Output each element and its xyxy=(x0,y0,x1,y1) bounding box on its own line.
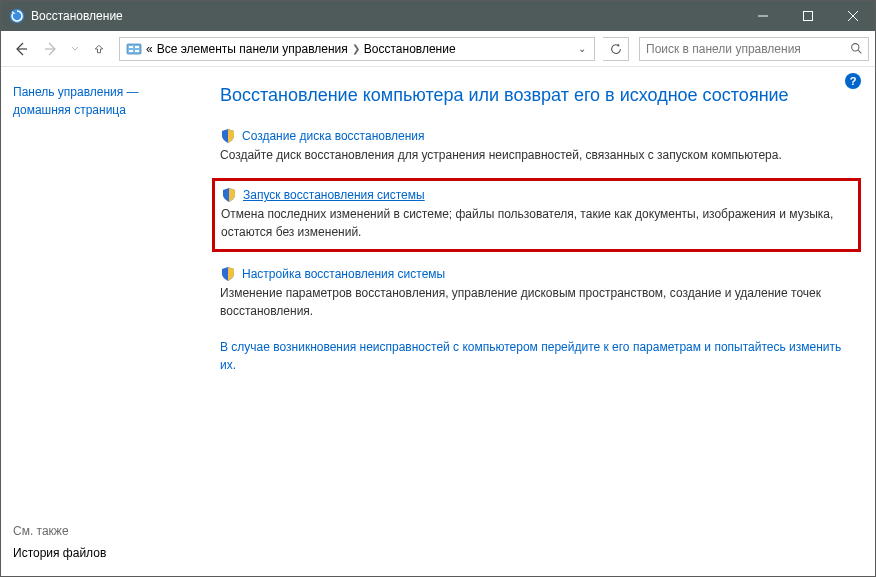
page-heading: Восстановление компьютера или возврат ег… xyxy=(220,85,851,106)
see-also-label: См. также xyxy=(13,524,184,538)
title-bar: Восстановление xyxy=(1,1,875,31)
content-area: ? Восстановление компьютера или возврат … xyxy=(196,67,875,576)
refresh-button[interactable] xyxy=(603,37,629,61)
svg-rect-7 xyxy=(127,44,141,54)
recent-dropdown-button[interactable] xyxy=(67,35,83,63)
maximize-button[interactable] xyxy=(785,1,830,31)
file-history-link[interactable]: История файлов xyxy=(13,546,184,560)
create-recovery-drive-desc: Создайте диск восстановления для устране… xyxy=(220,147,851,164)
window-controls xyxy=(740,1,875,31)
close-button[interactable] xyxy=(830,1,875,31)
search-box[interactable] xyxy=(639,37,869,61)
up-button[interactable] xyxy=(85,35,113,63)
shield-icon xyxy=(220,266,236,282)
forward-button[interactable] xyxy=(37,35,65,63)
help-icon[interactable]: ? xyxy=(845,73,861,89)
recovery-app-icon xyxy=(9,8,25,24)
shield-icon xyxy=(220,128,236,144)
configure-system-restore-link[interactable]: Настройка восстановления системы xyxy=(242,267,445,281)
svg-line-13 xyxy=(858,50,861,53)
configure-system-restore-section: Настройка восстановления системы Изменен… xyxy=(220,266,851,320)
chevron-right-icon: ❯ xyxy=(352,43,360,54)
open-system-restore-desc: Отмена последних изменений в системе; фа… xyxy=(221,206,850,241)
breadcrumb[interactable]: « Все элементы панели управления ❯ Восст… xyxy=(119,37,595,61)
back-button[interactable] xyxy=(7,35,35,63)
open-system-restore-link[interactable]: Запуск восстановления системы xyxy=(243,188,425,202)
nav-toolbar: « Все элементы панели управления ❯ Восст… xyxy=(1,31,875,67)
highlighted-section: Запуск восстановления системы Отмена пос… xyxy=(212,178,861,252)
svg-rect-11 xyxy=(135,50,139,52)
create-recovery-drive-link[interactable]: Создание диска восстановления xyxy=(242,129,425,143)
breadcrumb-current[interactable]: Восстановление xyxy=(364,42,456,56)
create-recovery-drive-section: Создание диска восстановления Создайте д… xyxy=(220,128,851,164)
breadcrumb-dropdown-icon[interactable]: ⌄ xyxy=(578,43,592,54)
window-title: Восстановление xyxy=(31,9,740,23)
shield-icon xyxy=(221,187,237,203)
breadcrumb-prefix: « xyxy=(146,42,153,56)
minimize-button[interactable] xyxy=(740,1,785,31)
configure-system-restore-desc: Изменение параметров восстановления, упр… xyxy=(220,285,851,320)
breadcrumb-text: « Все элементы панели управления ❯ Восст… xyxy=(146,42,456,56)
breadcrumb-parent[interactable]: Все элементы панели управления xyxy=(157,42,348,56)
svg-rect-2 xyxy=(803,12,812,21)
troubleshoot-settings-link[interactable]: В случае возникновения неисправностей с … xyxy=(220,338,851,374)
svg-point-12 xyxy=(851,44,858,51)
svg-rect-8 xyxy=(129,46,133,48)
search-icon[interactable] xyxy=(844,42,868,55)
control-panel-home-link[interactable]: Панель управления — домашняя страница xyxy=(13,83,184,119)
svg-rect-9 xyxy=(135,46,139,48)
svg-rect-10 xyxy=(129,50,133,52)
sidebar: Панель управления — домашняя страница См… xyxy=(1,67,196,576)
search-input[interactable] xyxy=(640,42,844,56)
control-panel-icon xyxy=(126,41,142,57)
